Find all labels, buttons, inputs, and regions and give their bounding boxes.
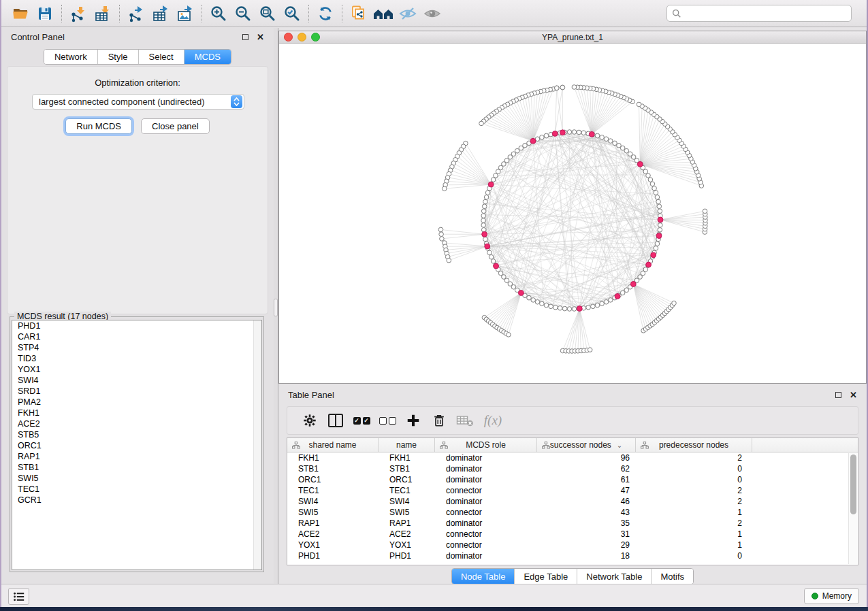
mcds-node[interactable] <box>615 294 620 299</box>
network-node[interactable] <box>588 348 592 352</box>
network-node[interactable] <box>672 301 677 306</box>
table-scrollbar[interactable] <box>848 453 857 564</box>
mcds-result-item[interactable]: TEC1 <box>12 484 261 495</box>
hide-selected-button[interactable] <box>396 3 420 24</box>
mcds-result-item[interactable]: TID3 <box>12 353 261 364</box>
show-all-button[interactable] <box>420 3 445 24</box>
mcds-result-item[interactable]: PHD1 <box>12 320 261 331</box>
network-node[interactable] <box>637 102 641 107</box>
network-node[interactable] <box>600 301 605 306</box>
table-row[interactable]: RAP1RAP1dominator352 <box>287 518 858 529</box>
network-node[interactable] <box>438 227 443 232</box>
mcds-node[interactable] <box>519 291 524 296</box>
network-node[interactable] <box>648 178 653 182</box>
column-header-name[interactable]: name <box>379 438 435 452</box>
network-node[interactable] <box>609 139 613 144</box>
mcds-node[interactable] <box>552 131 558 137</box>
mcds-node[interactable] <box>482 231 487 237</box>
clone-network-button[interactable] <box>347 3 371 24</box>
mcds-result-item[interactable]: PMA2 <box>12 397 261 408</box>
mcds-node[interactable] <box>560 130 566 135</box>
mcds-node[interactable] <box>651 252 656 258</box>
mcds-result-item[interactable]: YOX1 <box>12 364 261 375</box>
mcds-result-item[interactable]: CAR1 <box>12 331 261 342</box>
network-node[interactable] <box>527 295 532 300</box>
network-node[interactable] <box>440 237 445 242</box>
table-row[interactable]: SWI5SWI5connector431 <box>287 507 858 518</box>
network-node[interactable] <box>658 228 662 233</box>
network-node[interactable] <box>595 133 600 138</box>
network-node[interactable] <box>531 298 536 303</box>
tab-network-table[interactable]: Network Table <box>577 569 652 584</box>
vertical-splitter[interactable] <box>274 28 278 584</box>
network-node[interactable] <box>558 306 562 311</box>
close-panel-button[interactable]: Close panel <box>141 118 210 134</box>
zoom-selected-button[interactable] <box>280 3 304 24</box>
save-session-button[interactable] <box>33 3 57 24</box>
network-node[interactable] <box>481 218 486 223</box>
mcds-result-list[interactable]: PHD1CAR1STP4TID3YOX1SWI4SRD1PMA2FKH1ACE2… <box>12 320 262 570</box>
mcds-node[interactable] <box>658 217 663 222</box>
network-node[interactable] <box>613 141 617 146</box>
network-node[interactable] <box>572 85 577 90</box>
mcds-result-item[interactable]: SWI5 <box>12 473 261 484</box>
network-node[interactable] <box>654 246 658 251</box>
table-row[interactable]: YOX1YOX1connector291 <box>287 540 858 550</box>
task-manager-button[interactable] <box>8 588 29 605</box>
network-node[interactable] <box>646 174 651 178</box>
network-node[interactable] <box>540 135 545 139</box>
network-node[interactable] <box>567 130 572 135</box>
table-row[interactable]: ORC1ORC1dominator610 <box>287 474 858 485</box>
zoom-in-button[interactable] <box>206 3 231 24</box>
network-node[interactable] <box>572 130 577 135</box>
tab-select[interactable]: Select <box>139 50 184 64</box>
apply-layout-button[interactable] <box>313 3 338 24</box>
network-node[interactable] <box>654 191 658 195</box>
network-node[interactable] <box>652 186 657 191</box>
network-node[interactable] <box>560 85 565 90</box>
open-file-button[interactable] <box>8 3 33 24</box>
mcds-node[interactable] <box>589 131 594 137</box>
select-all-button[interactable]: ✓ ✓ <box>349 409 374 432</box>
run-mcds-button[interactable]: Run MCDS <box>65 118 132 134</box>
mcds-result-item[interactable]: SRD1 <box>12 386 261 397</box>
tab-node-table[interactable]: Node Table <box>452 569 515 584</box>
import-network-button[interactable] <box>66 3 91 24</box>
splitter-grip[interactable] <box>274 299 278 316</box>
float-table-panel-icon[interactable] <box>835 392 841 398</box>
network-node[interactable] <box>609 298 613 303</box>
mcds-node[interactable] <box>630 282 636 287</box>
close-table-panel-icon[interactable]: ✕ <box>850 391 857 399</box>
close-panel-icon[interactable]: ✕ <box>257 33 264 42</box>
mcds-result-item[interactable]: ORC1 <box>12 440 261 451</box>
network-node[interactable] <box>577 130 581 135</box>
mcds-result-item[interactable]: FKH1 <box>12 408 261 418</box>
column-header-successor-nodes[interactable]: successor nodes⌄ <box>537 438 636 452</box>
deselect-all-button[interactable] <box>374 409 400 432</box>
network-node[interactable] <box>487 250 492 255</box>
network-node[interactable] <box>658 209 662 214</box>
table-row[interactable]: ACE2ACE2connector311 <box>287 529 858 540</box>
tab-style[interactable]: Style <box>98 50 139 64</box>
network-node[interactable] <box>496 169 500 174</box>
tab-network[interactable]: Network <box>44 50 98 64</box>
export-table-button[interactable] <box>148 3 173 24</box>
network-node[interactable] <box>483 237 488 242</box>
network-node[interactable] <box>535 300 540 305</box>
network-node[interactable] <box>656 199 661 204</box>
table-row[interactable]: PHD1PHD1dominator180 <box>287 550 858 561</box>
table-row[interactable]: TEC1TEC1connector472 <box>287 485 858 496</box>
table-row[interactable]: FKH1FKH1dominator962 <box>287 452 858 463</box>
network-node[interactable] <box>483 199 488 204</box>
network-node[interactable] <box>703 209 707 214</box>
network-node[interactable] <box>491 178 496 182</box>
zoom-fit-button[interactable] <box>255 3 280 24</box>
delete-column-button[interactable] <box>426 409 452 432</box>
mcds-node[interactable] <box>488 182 494 187</box>
network-node[interactable] <box>447 258 451 263</box>
column-header-mcds-role[interactable]: MCDS role <box>435 438 537 452</box>
delete-table-button[interactable] <box>452 409 478 432</box>
network-node[interactable] <box>658 223 663 228</box>
mcds-node[interactable] <box>494 263 499 269</box>
export-image-button[interactable] <box>173 3 197 24</box>
